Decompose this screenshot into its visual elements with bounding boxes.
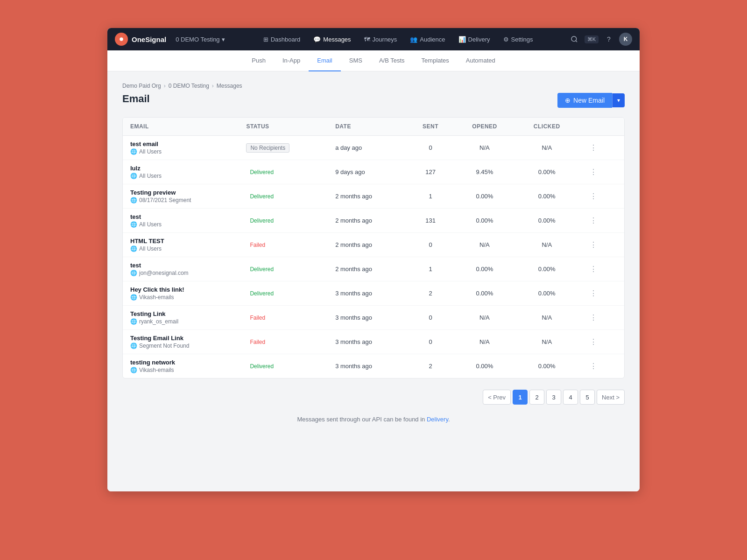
nav-item-dashboard[interactable]: ⊞ Dashboard: [258, 33, 306, 46]
nav-item-settings[interactable]: ⚙ Settings: [498, 33, 539, 46]
prev-page-button[interactable]: < Prev: [483, 390, 511, 405]
table-row: test 🌐 All Users Delivered 2 months ago …: [123, 209, 624, 233]
cell-clicked: N/A: [515, 233, 578, 257]
page-4-button[interactable]: 4: [563, 390, 578, 405]
more-options-button[interactable]: ⋮: [586, 287, 601, 300]
breadcrumb-messages[interactable]: Messages: [217, 83, 242, 89]
cell-status: Failed: [239, 306, 328, 330]
prev-label: < Prev: [488, 394, 506, 401]
breadcrumb-sep-2: ›: [212, 83, 214, 89]
plus-icon: ⊕: [565, 97, 571, 104]
more-options-button[interactable]: ⋮: [586, 336, 601, 348]
more-options-button[interactable]: ⋮: [586, 214, 601, 227]
more-options-button[interactable]: ⋮: [586, 141, 601, 154]
more-options-button[interactable]: ⋮: [586, 238, 601, 251]
cell-actions: ⋮: [578, 233, 624, 257]
col-clicked: Clicked: [515, 118, 578, 136]
cell-date: 2 months ago: [328, 233, 407, 257]
cell-sent: 0: [407, 306, 454, 330]
cell-status: Delivered: [239, 209, 328, 233]
cell-date: 3 months ago: [328, 354, 407, 378]
tab-ab-tests[interactable]: A/B Tests: [371, 50, 413, 71]
page-3-button[interactable]: 3: [546, 390, 561, 405]
col-email: Email: [123, 118, 239, 136]
kbd-label: ⌘K: [587, 36, 596, 42]
more-options-button[interactable]: ⋮: [586, 190, 601, 203]
avatar[interactable]: K: [619, 33, 632, 46]
org-label: 0 DEMO Testing: [176, 36, 219, 43]
cell-clicked: N/A: [515, 306, 578, 330]
status-badge: No Recipients: [246, 143, 289, 153]
nav-label-audience: Audience: [420, 36, 445, 43]
keyboard-shortcut: ⌘K: [585, 35, 599, 43]
new-email-dropdown-button[interactable]: ▾: [612, 93, 625, 107]
breadcrumb-org[interactable]: Demo Paid Org: [122, 83, 161, 89]
nav-item-journeys[interactable]: 🗺 Journeys: [359, 33, 403, 46]
new-email-label: New Email: [573, 97, 605, 104]
page-2-button[interactable]: 2: [529, 390, 544, 405]
nav-item-delivery[interactable]: 📊 Delivery: [453, 33, 496, 46]
cell-status: Delivered: [239, 257, 328, 281]
cell-actions: ⋮: [578, 306, 624, 330]
cell-status: No Recipients: [239, 136, 328, 160]
col-actions: [578, 118, 624, 136]
cell-email-name: Testing preview 🌐 08/17/2021 Segment: [123, 184, 239, 209]
col-status: Status: [239, 118, 328, 136]
status-badge: Failed: [246, 241, 269, 249]
breadcrumb: Demo Paid Org › 0 DEMO Testing › Message…: [122, 83, 625, 89]
nav-label-dashboard: Dashboard: [271, 36, 301, 43]
more-options-button[interactable]: ⋮: [586, 263, 601, 275]
cell-opened: 0.00%: [454, 184, 515, 209]
more-options-button[interactable]: ⋮: [586, 311, 601, 324]
cell-email-name: Hey Click this link! 🌐 Vikash-emails: [123, 281, 239, 306]
next-label: Next >: [602, 394, 620, 401]
page-5-button[interactable]: 5: [580, 390, 595, 405]
delivery-link[interactable]: Delivery: [427, 416, 448, 423]
segment-icon: 🌐: [130, 173, 137, 179]
table-row: Testing preview 🌐 08/17/2021 Segment Del…: [123, 184, 624, 209]
table-row: testing network 🌐 Vikash-emails Delivere…: [123, 354, 624, 378]
page-1-button[interactable]: 1: [513, 390, 528, 405]
cell-date: 2 months ago: [328, 257, 407, 281]
cell-opened: N/A: [454, 306, 515, 330]
top-nav-center: ⊞ Dashboard 💬 Messages 🗺 Journeys 👥 Audi…: [229, 33, 568, 46]
org-selector[interactable]: 0 DEMO Testing ▾: [172, 34, 228, 45]
nav-label-settings: Settings: [511, 36, 533, 43]
nav-label-delivery: Delivery: [468, 36, 490, 43]
table-row: Testing Link 🌐 ryank_os_email Failed 3 m…: [123, 306, 624, 330]
tab-in-app[interactable]: In-App: [274, 50, 309, 71]
more-options-button[interactable]: ⋮: [586, 360, 601, 372]
svg-point-1: [120, 37, 123, 41]
tab-templates[interactable]: Templates: [413, 50, 458, 71]
cell-sent: 127: [407, 160, 454, 184]
table-row: Hey Click this link! 🌐 Vikash-emails Del…: [123, 281, 624, 306]
new-email-button[interactable]: ⊕ New Email: [557, 93, 612, 108]
cell-actions: ⋮: [578, 209, 624, 233]
tab-email[interactable]: Email: [309, 50, 341, 71]
more-options-button[interactable]: ⋮: [586, 166, 601, 178]
next-page-button[interactable]: Next >: [597, 390, 625, 405]
search-button[interactable]: [568, 33, 581, 46]
cell-clicked: N/A: [515, 330, 578, 354]
status-badge: Failed: [246, 338, 269, 346]
segment-label: ryank_os_email: [139, 318, 178, 325]
segment-icon: 🌐: [130, 197, 137, 203]
tab-push[interactable]: Push: [243, 50, 274, 71]
breadcrumb-demo[interactable]: 0 DEMO Testing: [169, 83, 209, 89]
nav-item-messages[interactable]: 💬 Messages: [308, 33, 356, 46]
cell-email-name: test 🌐 jon@onesignal.com: [123, 257, 239, 281]
cell-opened: N/A: [454, 330, 515, 354]
nav-item-audience[interactable]: 👥 Audience: [404, 33, 451, 46]
segment-icon: 🌐: [130, 148, 137, 155]
tab-sms[interactable]: SMS: [341, 50, 371, 71]
help-button[interactable]: ?: [602, 33, 615, 46]
table-row: test 🌐 jon@onesignal.com Delivered 2 mon…: [123, 257, 624, 281]
cell-status: Delivered: [239, 354, 328, 378]
cell-opened: 0.00%: [454, 281, 515, 306]
status-badge: Delivered: [246, 217, 277, 225]
table-row: HTML TEST 🌐 All Users Failed 2 months ag…: [123, 233, 624, 257]
status-badge: Delivered: [246, 362, 277, 371]
tab-automated[interactable]: Automated: [458, 50, 504, 71]
cell-email-name: test 🌐 All Users: [123, 209, 239, 233]
pagination: < Prev 1 2 3 4 5 Next >: [122, 390, 625, 405]
